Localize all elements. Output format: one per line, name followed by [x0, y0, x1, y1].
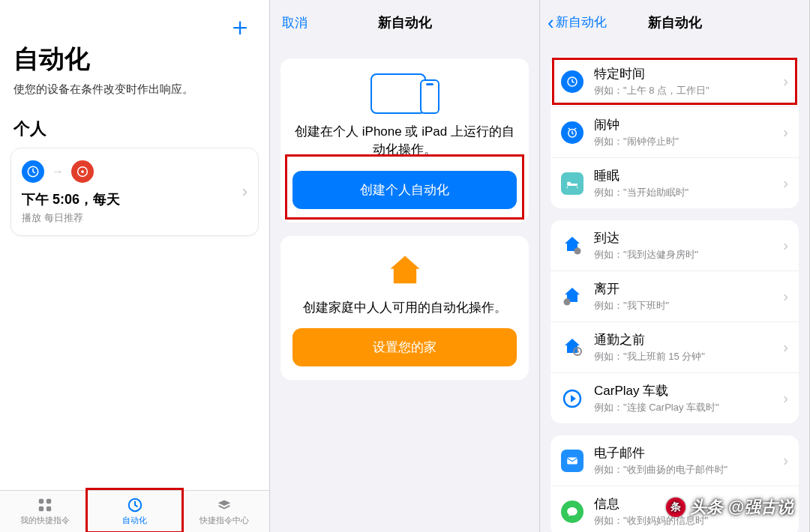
nav-bar: 取消 新自动化 [270, 0, 539, 45]
home-automation-card: 创建家庭中人人可用的自动化操作。 设置您的家 [280, 236, 529, 381]
row-title: 通勤之前 [594, 331, 783, 348]
chevron-right-icon: › [783, 339, 788, 356]
trigger-row-commute[interactable]: 通勤之前 例如："我上班前 15 分钟" › [550, 321, 799, 372]
arrow-icon: → [52, 165, 64, 178]
automation-card-icons: → [22, 160, 248, 183]
iphone-icon [420, 79, 440, 114]
svg-rect-13 [566, 298, 568, 302]
personal-automation-card: 创建在个人 iPhone 或 iPad 上运行的自动化操作。 创建个人自动化 [280, 58, 529, 223]
arrive-icon [561, 235, 584, 257]
clock-icon [126, 497, 144, 513]
music-app-icon [71, 160, 94, 183]
back-button[interactable]: ‹ 新自动化 [548, 13, 607, 32]
row-title: 特定时间 [594, 65, 783, 82]
row-subtitle: 例如："连接 CarPlay 车载时" [594, 401, 783, 414]
tab-automation[interactable]: 自动化 [90, 491, 180, 532]
page-title: 自动化 [14, 42, 269, 76]
automation-card[interactable]: → 下午 5:06，每天 播放 每日推荐 › [10, 148, 259, 236]
setup-home-button[interactable]: 设置您的家 [292, 328, 517, 366]
svg-rect-5 [39, 507, 44, 511]
mail-icon [561, 450, 584, 472]
automation-time-label: 下午 5:06，每天 [22, 190, 248, 208]
chevron-right-icon: › [783, 288, 788, 305]
row-title: 离开 [594, 280, 783, 297]
tab-bar: 我的快捷指令 自动化 快捷指令中心 [0, 490, 269, 532]
home-card-text: 创建家庭中人人可用的自动化操作。 [292, 299, 517, 317]
row-subtitle: 例如："当开始助眠时" [594, 186, 783, 199]
create-personal-automation-button[interactable]: 创建个人自动化 [292, 171, 517, 209]
row-subtitle: 例如："收到曲扬的电子邮件时" [594, 463, 783, 477]
leave-icon [561, 285, 584, 308]
back-label: 新自动化 [556, 13, 607, 31]
automation-action-label: 播放 每日推荐 [22, 211, 248, 225]
clock-icon [22, 160, 44, 183]
watermark-logo-icon: 条 [666, 498, 686, 517]
chevron-right-icon: › [783, 124, 788, 141]
gallery-icon [215, 497, 233, 513]
personal-card-text: 创建在个人 iPhone 或 iPad 上运行的自动化操作。 [292, 123, 517, 159]
chevron-right-icon: › [242, 182, 248, 202]
chevron-right-icon: › [783, 390, 788, 407]
row-subtitle: 例如："我上班前 15 分钟" [594, 350, 783, 363]
row-title: 闹钟 [594, 116, 783, 133]
pane-new-automation-choice: 取消 新自动化 创建在个人 iPhone 或 iPad 上运行的自动化操作。 创… [270, 0, 540, 532]
nav-title: 新自动化 [378, 13, 432, 31]
cancel-button[interactable]: 取消 [282, 14, 308, 31]
chevron-right-icon: › [783, 237, 788, 254]
trigger-row-email[interactable]: 电子邮件 例如："收到曲扬的电子邮件时" › [550, 435, 799, 486]
tab-gallery[interactable]: 快捷指令中心 [179, 491, 269, 532]
row-title: 到达 [594, 229, 783, 247]
home-illustration [292, 251, 517, 290]
alarm-icon [561, 121, 584, 144]
chevron-right-icon: › [783, 452, 788, 469]
tab-my-shortcuts[interactable]: 我的快捷指令 [0, 491, 90, 532]
tab-label: 快捷指令中心 [200, 515, 249, 526]
bed-icon [561, 172, 584, 195]
devices-illustration [292, 73, 517, 114]
commute-icon [561, 336, 584, 359]
add-button[interactable]: ＋ [227, 13, 253, 39]
row-title: 电子邮件 [594, 444, 783, 462]
trigger-group-time: 特定时间 例如："上午 8 点，工作日" › 闹钟 例如："闹钟停止时" › [550, 56, 799, 208]
row-subtitle: 例如："我下班时" [594, 299, 783, 312]
grid-icon [36, 497, 54, 513]
chevron-right-icon: › [783, 175, 788, 192]
tab-label: 我的快捷指令 [20, 515, 70, 526]
row-title: 睡眠 [594, 167, 783, 184]
svg-rect-4 [46, 499, 51, 504]
watermark: 条 头条 @强古说 [666, 496, 794, 519]
row-subtitle: 例如："我到达健身房时" [594, 248, 783, 262]
chevron-right-icon: › [783, 73, 788, 90]
trigger-row-carplay[interactable]: CarPlay 车载 例如："连接 CarPlay 车载时" › [550, 372, 799, 423]
message-icon [561, 501, 584, 523]
svg-rect-3 [39, 499, 44, 504]
trigger-list[interactable]: 特定时间 例如："上午 8 点，工作日" › 闹钟 例如："闹钟停止时" › [540, 44, 809, 532]
chevron-left-icon: ‹ [548, 13, 554, 32]
svg-rect-11 [577, 247, 579, 251]
ipad-icon [370, 73, 426, 114]
trigger-row-leave[interactable]: 离开 例如："我下班时" › [550, 270, 799, 321]
tab-label: 自动化 [122, 515, 147, 526]
clock-icon [561, 70, 584, 93]
trigger-row-alarm[interactable]: 闹钟 例如："闹钟停止时" › [550, 106, 799, 157]
trigger-group-location: 到达 例如："我到达健身房时" › 离开 例如："我下班时" › [550, 220, 799, 423]
trigger-row-sleep[interactable]: 睡眠 例如："当开始助眠时" › [550, 157, 799, 208]
trigger-row-time-of-day[interactable]: 特定时间 例如："上午 8 点，工作日" › [550, 56, 799, 106]
nav-bar: ‹ 新自动化 新自动化 [540, 0, 809, 44]
page-subtitle: 使您的设备在条件改变时作出响应。 [14, 82, 256, 97]
row-title: CarPlay 车载 [594, 382, 783, 399]
trigger-row-arrive[interactable]: 到达 例如："我到达健身房时" › [550, 220, 799, 270]
svg-point-2 [81, 170, 84, 173]
home-icon [386, 251, 424, 290]
pane-automation-home: ＋ 自动化 使您的设备在条件改变时作出响应。 个人 → 下午 5:06，每天 播… [0, 0, 270, 532]
watermark-text: 头条 @强古说 [690, 496, 794, 519]
pane-trigger-picker: ‹ 新自动化 新自动化 特定时间 例如："上午 8 点，工作日" › [540, 0, 810, 532]
svg-rect-6 [46, 507, 51, 511]
row-subtitle: 例如："闹钟停止时" [594, 135, 783, 148]
nav-title: 新自动化 [648, 13, 702, 31]
carplay-icon [561, 387, 584, 410]
row-subtitle: 例如："上午 8 点，工作日" [594, 84, 783, 97]
personal-header: 个人 [14, 118, 256, 140]
